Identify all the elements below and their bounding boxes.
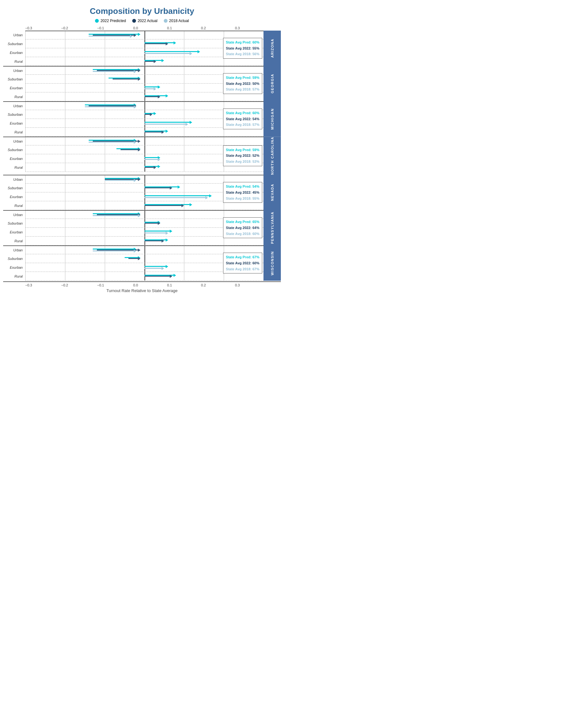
arrow-bar bbox=[144, 123, 188, 126]
legend-dot-actual2018 bbox=[164, 19, 167, 23]
grid-line bbox=[105, 163, 105, 172]
arrow-head bbox=[138, 148, 140, 151]
row-label-exurban: Exurban bbox=[3, 263, 25, 272]
arrow-head bbox=[166, 130, 168, 133]
legend-dot-predicted bbox=[95, 19, 99, 23]
grid-line bbox=[184, 102, 184, 110]
grid-line bbox=[25, 272, 26, 280]
row-label-exurban: Exurban bbox=[3, 192, 25, 201]
arrow-head bbox=[178, 185, 180, 189]
stats-box-michigan: State Avg Pred: 60%State Avg 2022: 54%St… bbox=[223, 109, 262, 129]
grid-line bbox=[105, 254, 105, 263]
arrow-head bbox=[161, 267, 164, 270]
grid-line bbox=[25, 128, 26, 136]
arrow-head bbox=[134, 70, 136, 73]
arrow-head bbox=[173, 41, 176, 44]
arrow-head bbox=[158, 85, 160, 89]
grid-line bbox=[184, 67, 184, 74]
grid-line bbox=[224, 137, 224, 145]
arrow-head bbox=[154, 112, 156, 115]
grid-line bbox=[184, 31, 184, 39]
grid-line bbox=[105, 192, 105, 201]
grid-line bbox=[144, 246, 145, 254]
grid-line bbox=[25, 201, 26, 210]
grid-line bbox=[25, 84, 26, 92]
bottom-axis-labels: −0.3 −0.2 −0.1 0.0 0.1 0.2 0.3 bbox=[3, 281, 281, 287]
arrow-head bbox=[190, 52, 192, 55]
row-label-rural: Rural bbox=[3, 201, 25, 210]
grid-line bbox=[184, 154, 184, 163]
arrow-head bbox=[173, 274, 176, 277]
grid-line bbox=[184, 211, 184, 219]
row-label-urban: Urban bbox=[3, 137, 25, 145]
arrow-head bbox=[161, 59, 164, 62]
grid-line bbox=[65, 192, 65, 201]
grid-line bbox=[105, 119, 105, 127]
arrow-bar bbox=[144, 232, 168, 234]
grid-line bbox=[25, 154, 26, 163]
arrow-bar bbox=[144, 60, 156, 63]
row-label-urban: Urban bbox=[3, 101, 25, 110]
arrow-bar bbox=[105, 179, 137, 182]
grid-line bbox=[65, 128, 65, 136]
state-label-wisconsin: WISCONSIN bbox=[263, 245, 281, 281]
grid-line bbox=[184, 39, 184, 48]
arrow-head bbox=[197, 50, 200, 53]
arrow-bar bbox=[120, 149, 140, 151]
grid-line bbox=[184, 184, 184, 192]
grid-line bbox=[184, 272, 184, 280]
state-block-wisconsin: UrbanSuburbanExurbanRuralState Avg Pred:… bbox=[3, 245, 281, 281]
grid-line bbox=[105, 145, 105, 154]
grid-line bbox=[25, 57, 26, 66]
arrow-head bbox=[166, 238, 168, 242]
arrow-bar bbox=[144, 52, 192, 55]
arrow-head bbox=[138, 249, 140, 252]
grid-line bbox=[25, 163, 26, 172]
grid-line bbox=[65, 246, 65, 254]
grid-line bbox=[144, 254, 145, 263]
grid-line bbox=[65, 57, 65, 66]
grid-line bbox=[25, 48, 26, 57]
arrow-head bbox=[181, 204, 184, 207]
grid-line bbox=[25, 237, 26, 245]
grid-line bbox=[25, 192, 26, 201]
grid-line bbox=[144, 137, 145, 145]
grid-line bbox=[65, 31, 65, 39]
arrow-bar bbox=[144, 96, 160, 98]
grid-line bbox=[65, 184, 65, 192]
arrow-head bbox=[185, 123, 188, 126]
grid-line bbox=[25, 92, 26, 101]
grid-line bbox=[184, 75, 184, 83]
arrow-head bbox=[161, 131, 164, 134]
row-label-rural: Rural bbox=[3, 128, 25, 137]
grid-line bbox=[144, 211, 145, 219]
grid-line bbox=[144, 67, 145, 74]
stats-box-nevada: State Avg Pred: 54%State Avg 2022: 45%St… bbox=[223, 182, 262, 203]
arrow-bar bbox=[144, 43, 168, 45]
main-chart: UrbanSuburbanExurbanRuralState Avg Pred:… bbox=[3, 31, 281, 281]
row-label-suburban: Suburban bbox=[3, 184, 25, 192]
grid-line bbox=[105, 110, 105, 119]
stats-box-pennsylvania: State Avg Pred: 65%State Avg 2022: 64%St… bbox=[223, 217, 262, 238]
grid-line bbox=[184, 57, 184, 66]
legend-item-actual2022: 2022 Actual bbox=[132, 19, 157, 23]
grid-line bbox=[65, 92, 65, 101]
row-label-urban: Urban bbox=[3, 31, 25, 39]
legend-label-predicted: 2022 Predicted bbox=[100, 19, 126, 23]
grid-line bbox=[65, 84, 65, 92]
row-label-exurban: Exurban bbox=[3, 154, 25, 163]
grid-line bbox=[25, 228, 26, 236]
stats-box-north-carolina: State Avg Pred: 59%State Avg 2022: 52%St… bbox=[223, 145, 262, 166]
grid-line bbox=[65, 263, 65, 272]
arrow-head bbox=[170, 275, 172, 278]
arrow-head bbox=[134, 141, 136, 144]
grid-line bbox=[184, 254, 184, 263]
arrow-head bbox=[150, 113, 152, 116]
grid-line bbox=[105, 154, 105, 163]
arrow-bar bbox=[128, 257, 140, 260]
arrow-head bbox=[154, 60, 156, 63]
state-label-georgia: GEORGIA bbox=[263, 66, 281, 101]
legend-item-predicted: 2022 Predicted bbox=[95, 19, 126, 23]
grid-line bbox=[144, 102, 145, 110]
state-label-arizona: ARIZONA bbox=[263, 31, 281, 66]
